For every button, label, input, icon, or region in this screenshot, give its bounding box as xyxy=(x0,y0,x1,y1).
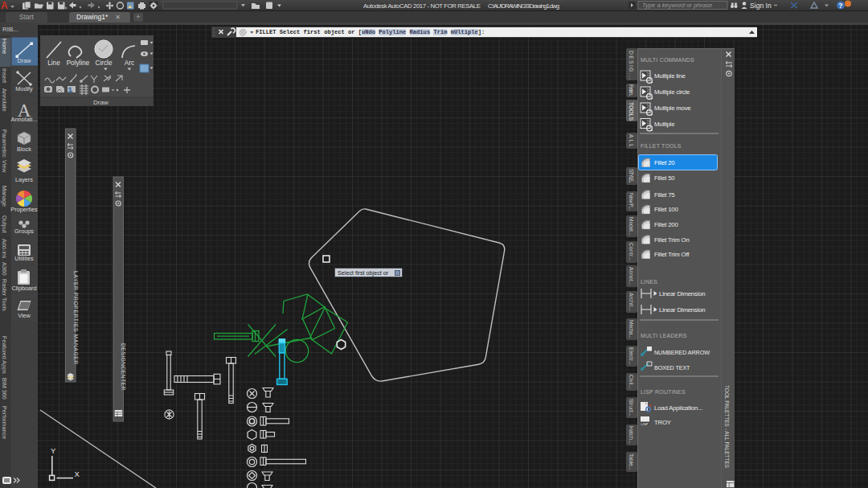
svg-text:Modify: Modify xyxy=(15,85,33,92)
svg-text:Annot...: Annot... xyxy=(628,267,634,285)
svg-text:Fillet 50: Fillet 50 xyxy=(654,174,675,182)
svg-text:Load Application...: Load Application... xyxy=(654,404,702,412)
svg-text:Featured Apps: Featured Apps xyxy=(1,336,8,374)
svg-text:LISP: LISP xyxy=(641,422,649,426)
svg-text:DESIG...: DESIG... xyxy=(628,51,634,80)
svg-text:DESIGNCENTER: DESIGNCENTER xyxy=(121,343,126,391)
svg-text:Circle: Circle xyxy=(96,59,113,67)
svg-text:Electr...: Electr... xyxy=(628,347,634,365)
svg-text:Output: Output xyxy=(1,215,8,233)
svg-text:Linear Dimension: Linear Dimension xyxy=(659,306,705,314)
svg-text:A: A xyxy=(1,0,8,10)
svg-text:Draw: Draw xyxy=(17,57,31,64)
svg-text:⤫: ⤫ xyxy=(790,1,798,10)
svg-text:TOOL PALETTES - ALL PALETTES: TOOL PALETTES - ALL PALETTES xyxy=(724,385,730,469)
svg-text:LINES: LINES xyxy=(641,279,657,285)
svg-text:Sign In: Sign In xyxy=(750,2,772,10)
svg-text:Insert: Insert xyxy=(1,68,8,83)
svg-text:Model...: Model... xyxy=(628,217,634,236)
svg-text:New P...: New P... xyxy=(628,193,634,210)
svg-text:Parametric: Parametric xyxy=(1,129,8,158)
svg-text:NUMBERED ARROW: NUMBERED ARROW xyxy=(654,349,710,356)
svg-text:Raster Tools: Raster Tools xyxy=(1,279,8,311)
svg-text:MULTI COMMANDS: MULTI COMMANDS xyxy=(641,57,694,63)
svg-text:?: ? xyxy=(838,2,842,10)
svg-text:Add-ins: Add-ins xyxy=(1,239,8,259)
svg-text:Multiple: Multiple xyxy=(654,121,674,128)
svg-text:Mecha...: Mecha... xyxy=(628,320,634,338)
svg-text:RIB...: RIB... xyxy=(2,26,18,33)
svg-text:Type a keyword or phrase: Type a keyword or phrase xyxy=(642,2,712,9)
svg-text:Multiple move: Multiple move xyxy=(654,105,691,112)
svg-text:BOXED TEXT: BOXED TEXT xyxy=(654,364,690,371)
svg-text:BIM 360: BIM 360 xyxy=(1,378,8,400)
svg-text:Block: Block xyxy=(17,146,31,153)
svg-text:Line: Line xyxy=(47,59,60,67)
svg-text:View: View xyxy=(18,312,31,319)
svg-text:Archit...: Archit... xyxy=(628,293,634,311)
svg-text:Fillet 200: Fillet 200 xyxy=(654,221,679,228)
svg-text:Annotate: Annotate xyxy=(1,88,8,112)
svg-text:Groups: Groups xyxy=(14,228,34,235)
svg-text:Autodesk AutoCAD 2017 - NOT FO: Autodesk AutoCAD 2017 - NOT FOR RESALE xyxy=(363,2,481,10)
svg-text:Properties: Properties xyxy=(10,206,38,213)
svg-text:Draw: Draw xyxy=(93,99,108,106)
svg-text:Civil...: Civil... xyxy=(628,375,634,389)
svg-text:Polyline: Polyline xyxy=(67,59,90,67)
svg-text:Contr...: Contr... xyxy=(628,243,634,261)
svg-text:Fillet Trim Off: Fillet Trim Off xyxy=(654,251,690,258)
svg-text:Table...: Table... xyxy=(628,453,634,470)
svg-text:Hatch...: Hatch... xyxy=(628,426,634,444)
svg-text:Y: Y xyxy=(51,446,56,455)
svg-text:View: View xyxy=(1,160,8,173)
svg-text:Arc: Arc xyxy=(125,59,134,67)
svg-text:Multiple circle: Multiple circle xyxy=(654,88,690,96)
svg-text:A360: A360 xyxy=(1,262,8,276)
svg-text:Fillet 20: Fillet 20 xyxy=(654,159,675,166)
svg-text:Fillet 75: Fillet 75 xyxy=(654,191,675,199)
svg-text:Fillet 100: Fillet 100 xyxy=(654,206,679,213)
svg-text:MULTI LEADERS: MULTI LEADERS xyxy=(641,333,687,338)
svg-text:Struct...: Struct... xyxy=(628,399,634,416)
svg-text:Fasten...: Fasten... xyxy=(628,84,634,96)
svg-text:Annotati...: Annotati... xyxy=(11,116,38,123)
svg-text:FILLET TOOLS: FILLET TOOLS xyxy=(641,143,682,149)
svg-text:Multiple line: Multiple line xyxy=(654,72,686,80)
svg-text:TROY: TROY xyxy=(654,419,672,426)
svg-text:LAYER PROPERTIES MANAGER: LAYER PROPERTIES MANAGER xyxy=(73,271,79,365)
svg-text:Manage: Manage xyxy=(1,186,8,207)
svg-text:Home: Home xyxy=(1,39,8,54)
svg-text:Clipboard: Clipboard xyxy=(11,285,36,292)
svg-text:Layers: Layers xyxy=(15,176,33,183)
svg-text:C:\AU\DRAWINGS\Drawing1.dwg: C:\AU\DRAWINGS\Drawing1.dwg xyxy=(488,2,559,10)
svg-text:TOOLS: TOOLS xyxy=(628,102,634,121)
svg-text:X: X xyxy=(75,470,80,478)
svg-text:STYLE...: STYLE... xyxy=(628,169,634,183)
svg-text:LISP ROUTINES: LISP ROUTINES xyxy=(641,389,686,395)
svg-text:Utilities: Utilities xyxy=(14,255,34,262)
svg-text:ALL: ALL xyxy=(628,134,634,147)
svg-text:Fillet Trim On: Fillet Trim On xyxy=(654,236,690,244)
svg-text:Performance: Performance xyxy=(1,406,8,439)
svg-text:Linear Dimension: Linear Dimension xyxy=(659,290,705,297)
